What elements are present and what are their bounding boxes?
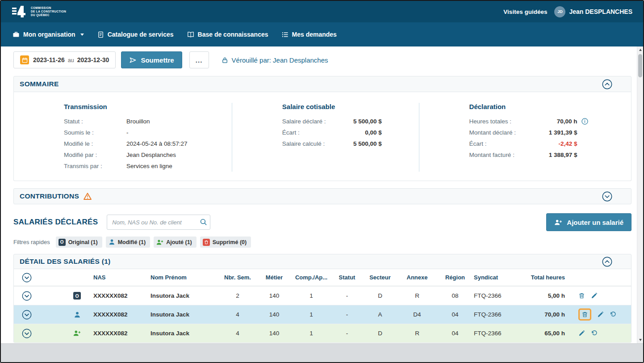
nav-item-mes-demandes[interactable]: Mes demandes	[282, 31, 337, 38]
expand-contributions-button[interactable]	[602, 191, 612, 202]
info-icon[interactable]	[581, 118, 588, 125]
delete-row-button[interactable]	[578, 292, 585, 299]
vertical-scrollbar[interactable]	[637, 46, 643, 343]
field-label: Statut :	[64, 116, 126, 127]
cell-annexe: R	[398, 330, 436, 337]
search-icon[interactable]	[200, 218, 207, 226]
cell-statut: -	[332, 292, 362, 299]
submit-button[interactable]: Soumettre	[121, 51, 182, 68]
period-selector[interactable]: 2023-11-26 au 2023-12-30	[13, 51, 116, 68]
nav-item-catalogue-de-services[interactable]: Catalogue de services	[97, 31, 174, 38]
declaration-toolbar: 2023-11-26 au 2023-12-30 Soumettre ...	[13, 51, 631, 69]
field-value: 1 391,39 $	[533, 127, 577, 138]
column-header-nas: NAS	[93, 274, 151, 281]
app-window: COMMISSION DE LA CONSTRUCTION DU QUÉBEC …	[0, 0, 644, 363]
guided-tours-link[interactable]: Visites guidées	[503, 8, 547, 15]
footer-bar	[1, 343, 643, 362]
collapse-sommaire-button[interactable]	[602, 79, 612, 89]
chevron-up-circle-icon	[602, 79, 612, 89]
cell-nom-prenom: Insutora Jack	[151, 330, 217, 337]
nav-item-mon-organisation[interactable]: Mon organisation	[13, 31, 84, 38]
section-header-detail-salaries[interactable]: DÉTAIL DES SALARIÉS (1)	[13, 254, 631, 269]
logo-line: DE LA CONSTRUCTION	[31, 10, 66, 13]
filters-label: Filtres rapides	[13, 239, 50, 245]
field-label: Montant facturé :	[469, 149, 533, 160]
more-actions-button[interactable]: ...	[189, 51, 209, 68]
cell-region: 08	[436, 292, 474, 299]
table-row-modified: XXXXXX082 Insutora Jack 4 140 1 - A D4 0…	[14, 305, 631, 324]
salaire-cotisable-column: Salaire cotisable Salaire déclaré :5 500…	[232, 103, 419, 172]
field-value: -	[126, 127, 129, 138]
edit-row-button[interactable]	[591, 292, 598, 299]
summary-field: Montant déclaré :1 391,39 $	[469, 127, 619, 138]
add-employee-button[interactable]: Ajouter un salarié	[546, 213, 631, 231]
summary-field: Montant facturé :1 388,97 $	[469, 149, 619, 160]
expand-row-button[interactable]	[18, 310, 41, 320]
expand-row-button[interactable]	[18, 291, 41, 301]
cell-comp-ap: 1	[291, 311, 332, 318]
user-menu[interactable]: JD Jean DESPLANCHES	[554, 6, 632, 17]
nav-item-base-de-connaissances[interactable]: Base de connaissances	[187, 31, 268, 38]
field-label: Salaire déclaré :	[282, 116, 339, 127]
person-icon	[109, 239, 115, 245]
edit-row-button[interactable]	[597, 311, 604, 318]
list-icon	[282, 31, 289, 38]
person-plus-icon	[73, 330, 81, 337]
calendar-icon	[20, 55, 29, 64]
period-separator: au	[68, 57, 74, 63]
user-name: Jean DESPLANCHES	[569, 8, 632, 15]
transmission-column: Transmission Statut :Brouillon Soumis le…	[14, 103, 232, 172]
cell-nom-prenom: Insutora Jack	[151, 311, 217, 318]
cell-total-heures: 70,00 h	[521, 311, 571, 318]
search-input[interactable]	[107, 215, 210, 230]
expand-row-button[interactable]	[18, 329, 41, 338]
edit-row-button[interactable]	[578, 330, 585, 337]
scrollbar-thumb[interactable]	[638, 54, 642, 77]
undo-row-button[interactable]	[591, 330, 598, 337]
transmission-title: Transmission	[64, 103, 220, 110]
section-header-sommaire[interactable]: SOMMAIRE	[13, 76, 631, 92]
filter-supprime[interactable]: Supprimé (0)	[200, 236, 251, 248]
filter-modifie[interactable]: Modifié (1)	[106, 236, 151, 248]
employee-search	[107, 215, 210, 230]
scroll-down-button[interactable]	[637, 337, 643, 343]
filter-ajoute[interactable]: Ajouté (1)	[154, 236, 197, 248]
delete-row-button[interactable]	[581, 311, 588, 318]
section-header-contributions[interactable]: CONTRIBUTIONS	[13, 188, 631, 204]
column-header-total-heures: Total heures	[521, 274, 571, 281]
cell-comp-ap: 1	[291, 330, 332, 337]
contributions-title: CONTRIBUTIONS	[20, 192, 79, 200]
cell-region: 04	[436, 330, 474, 337]
table-header-row: NAS Nom Prénom Nbr. Sem. Métier Comp./Ap…	[14, 269, 631, 286]
field-value: 5 500,00 $	[339, 138, 382, 149]
chevron-down-circle-icon	[602, 191, 612, 202]
field-label: Heures totales :	[469, 116, 533, 127]
collapse-detail-button[interactable]	[602, 257, 612, 267]
ccq-logo[interactable]: COMMISSION DE LA CONSTRUCTION DU QUÉBEC	[12, 4, 66, 19]
cell-secteur: D	[362, 292, 398, 299]
scrollbar-track[interactable]	[637, 53, 643, 337]
field-label: Modifié par :	[64, 149, 126, 160]
undo-row-button[interactable]	[610, 311, 616, 318]
filter-original[interactable]: O Original (1)	[56, 236, 102, 248]
submit-label: Soumettre	[141, 56, 174, 64]
field-value-negative: -2,42 $	[533, 138, 577, 149]
locked-by-text: Vérouillé par: Jean Desplanches	[232, 56, 328, 64]
field-value: 5 500,00 $	[339, 116, 382, 127]
document-icon	[97, 31, 104, 38]
cell-syndicat: FTQ-2366	[474, 330, 521, 337]
ccq-logo-icon	[12, 4, 27, 19]
declaration-column: Déclaration Heures totales : 70,00 h Mon…	[419, 103, 631, 172]
scroll-up-button[interactable]	[637, 46, 643, 53]
nav-label: Base de connaissances	[198, 31, 268, 38]
expand-all-rows-button[interactable]	[18, 273, 41, 283]
column-header-nom-prenom: Nom Prénom	[151, 274, 217, 281]
cell-metier: 140	[258, 292, 291, 299]
cell-comp-ap: 1	[291, 292, 332, 299]
salaries-header-row: SALARIÉS DÉCLARÉS Ajouter un salarié	[13, 213, 631, 231]
cell-syndicat: FTQ-2366	[474, 292, 521, 299]
cell-total-heures: 65,00 h	[521, 330, 571, 337]
field-label: Transmis par :	[64, 160, 126, 172]
detail-title: DÉTAIL DES SALARIÉS (1)	[20, 257, 111, 266]
chevron-down-icon	[80, 34, 84, 36]
